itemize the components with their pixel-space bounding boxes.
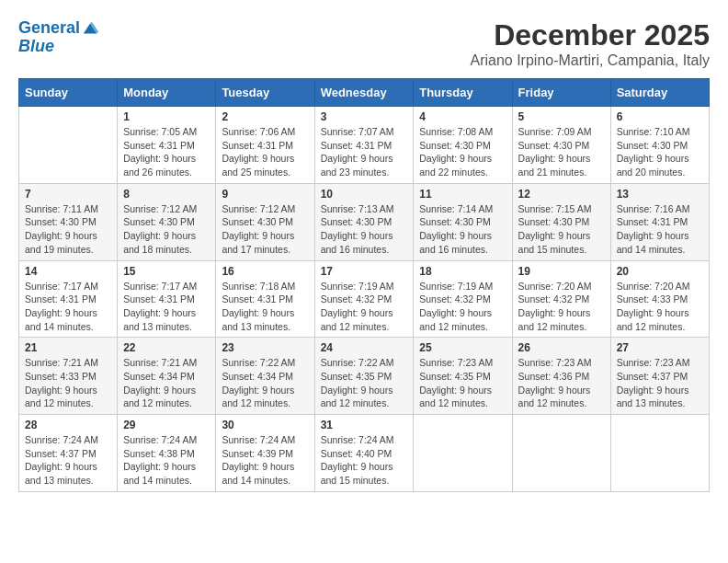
day-info: Sunrise: 7:13 AM Sunset: 4:30 PM Dayligh… — [321, 202, 408, 257]
page-header: General Blue December 2025 Ariano Irpino… — [18, 18, 710, 69]
day-number: 2 — [222, 110, 308, 123]
day-info: Sunrise: 7:09 AM Sunset: 4:30 PM Dayligh… — [518, 125, 605, 179]
location-title: Ariano Irpino-Martiri, Campania, Italy — [470, 52, 710, 69]
day-number: 14 — [25, 265, 111, 278]
day-number: 24 — [321, 341, 408, 354]
day-info: Sunrise: 7:07 AM Sunset: 4:31 PM Dayligh… — [321, 125, 408, 179]
calendar-cell: 24Sunrise: 7:22 AM Sunset: 4:35 PM Dayli… — [314, 338, 414, 415]
day-number: 19 — [518, 265, 605, 278]
calendar-cell: 26Sunrise: 7:23 AM Sunset: 4:36 PM Dayli… — [512, 338, 610, 415]
day-info: Sunrise: 7:12 AM Sunset: 4:30 PM Dayligh… — [123, 202, 210, 257]
calendar-cell: 10Sunrise: 7:13 AM Sunset: 4:30 PM Dayli… — [314, 183, 414, 260]
day-number: 30 — [222, 419, 308, 431]
week-row-3: 14Sunrise: 7:17 AM Sunset: 4:31 PM Dayli… — [19, 260, 710, 338]
calendar-cell: 20Sunrise: 7:20 AM Sunset: 4:33 PM Dayli… — [610, 260, 709, 338]
day-info: Sunrise: 7:17 AM Sunset: 4:31 PM Dayligh… — [25, 280, 111, 334]
day-info: Sunrise: 7:15 AM Sunset: 4:30 PM Dayligh… — [518, 202, 605, 257]
calendar-cell: 7Sunrise: 7:11 AM Sunset: 4:30 PM Daylig… — [19, 183, 118, 260]
calendar-cell: 15Sunrise: 7:17 AM Sunset: 4:31 PM Dayli… — [118, 260, 216, 338]
day-info: Sunrise: 7:10 AM Sunset: 4:30 PM Dayligh… — [617, 125, 703, 179]
day-number: 29 — [123, 419, 210, 431]
day-info: Sunrise: 7:06 AM Sunset: 4:31 PM Dayligh… — [222, 125, 308, 179]
day-number: 20 — [617, 265, 703, 278]
day-info: Sunrise: 7:20 AM Sunset: 4:32 PM Dayligh… — [518, 280, 605, 334]
calendar-cell: 19Sunrise: 7:20 AM Sunset: 4:32 PM Dayli… — [512, 260, 610, 338]
calendar-cell: 11Sunrise: 7:14 AM Sunset: 4:30 PM Dayli… — [414, 183, 512, 260]
week-row-5: 28Sunrise: 7:24 AM Sunset: 4:37 PM Dayli… — [19, 415, 710, 492]
calendar-cell: 12Sunrise: 7:15 AM Sunset: 4:30 PM Dayli… — [512, 183, 610, 260]
calendar-cell: 13Sunrise: 7:16 AM Sunset: 4:31 PM Dayli… — [610, 183, 709, 260]
day-info: Sunrise: 7:23 AM Sunset: 4:36 PM Dayligh… — [518, 356, 605, 410]
calendar-cell — [19, 107, 118, 184]
calendar-cell: 3Sunrise: 7:07 AM Sunset: 4:31 PM Daylig… — [314, 107, 414, 184]
day-info: Sunrise: 7:21 AM Sunset: 4:34 PM Dayligh… — [123, 356, 210, 410]
calendar-cell: 9Sunrise: 7:12 AM Sunset: 4:30 PM Daylig… — [216, 183, 314, 260]
header-cell-thursday: Thursday — [414, 79, 512, 107]
day-info: Sunrise: 7:18 AM Sunset: 4:31 PM Dayligh… — [222, 280, 308, 334]
week-row-4: 21Sunrise: 7:21 AM Sunset: 4:33 PM Dayli… — [19, 338, 710, 415]
day-info: Sunrise: 7:05 AM Sunset: 4:31 PM Dayligh… — [123, 125, 210, 179]
calendar-cell: 5Sunrise: 7:09 AM Sunset: 4:30 PM Daylig… — [512, 107, 610, 184]
day-number: 9 — [222, 188, 308, 201]
day-number: 15 — [123, 265, 210, 278]
day-number: 3 — [321, 110, 408, 123]
calendar-cell: 17Sunrise: 7:19 AM Sunset: 4:32 PM Dayli… — [314, 260, 414, 338]
calendar-body: 1Sunrise: 7:05 AM Sunset: 4:31 PM Daylig… — [19, 107, 710, 492]
day-info: Sunrise: 7:22 AM Sunset: 4:34 PM Dayligh… — [222, 356, 308, 410]
day-number: 22 — [123, 341, 210, 354]
day-number: 10 — [321, 188, 408, 201]
day-info: Sunrise: 7:12 AM Sunset: 4:30 PM Dayligh… — [222, 202, 308, 257]
logo-text-line2: Blue — [18, 37, 54, 57]
calendar-cell: 2Sunrise: 7:06 AM Sunset: 4:31 PM Daylig… — [216, 107, 314, 184]
calendar-cell: 8Sunrise: 7:12 AM Sunset: 4:30 PM Daylig… — [118, 183, 216, 260]
day-number: 25 — [419, 341, 506, 354]
calendar-cell — [512, 415, 610, 492]
calendar-cell: 29Sunrise: 7:24 AM Sunset: 4:38 PM Dayli… — [118, 415, 216, 492]
calendar-cell: 16Sunrise: 7:18 AM Sunset: 4:31 PM Dayli… — [216, 260, 314, 338]
day-info: Sunrise: 7:16 AM Sunset: 4:31 PM Dayligh… — [617, 202, 703, 257]
header-cell-wednesday: Wednesday — [314, 79, 414, 107]
calendar-cell: 27Sunrise: 7:23 AM Sunset: 4:37 PM Dayli… — [610, 338, 709, 415]
calendar-cell: 25Sunrise: 7:23 AM Sunset: 4:35 PM Dayli… — [414, 338, 512, 415]
day-number: 13 — [617, 188, 703, 201]
calendar-cell: 28Sunrise: 7:24 AM Sunset: 4:37 PM Dayli… — [19, 415, 118, 492]
day-number: 17 — [321, 265, 408, 278]
day-info: Sunrise: 7:22 AM Sunset: 4:35 PM Dayligh… — [321, 356, 408, 410]
day-number: 6 — [617, 110, 703, 123]
logo: General Blue — [18, 18, 98, 56]
day-number: 12 — [518, 188, 605, 201]
day-number: 18 — [419, 265, 506, 278]
day-number: 1 — [123, 110, 210, 123]
calendar-cell: 21Sunrise: 7:21 AM Sunset: 4:33 PM Dayli… — [19, 338, 118, 415]
calendar-cell: 30Sunrise: 7:24 AM Sunset: 4:39 PM Dayli… — [216, 415, 314, 492]
title-block: December 2025 Ariano Irpino-Martiri, Cam… — [470, 18, 710, 69]
day-info: Sunrise: 7:24 AM Sunset: 4:37 PM Dayligh… — [25, 433, 111, 488]
header-cell-saturday: Saturday — [610, 79, 709, 107]
day-info: Sunrise: 7:17 AM Sunset: 4:31 PM Dayligh… — [123, 280, 210, 334]
day-number: 21 — [25, 341, 111, 354]
day-number: 4 — [419, 110, 506, 123]
header-row: SundayMondayTuesdayWednesdayThursdayFrid… — [19, 79, 710, 107]
day-number: 8 — [123, 188, 210, 201]
day-number: 26 — [518, 341, 605, 354]
day-info: Sunrise: 7:23 AM Sunset: 4:35 PM Dayligh… — [419, 356, 506, 410]
day-info: Sunrise: 7:24 AM Sunset: 4:38 PM Dayligh… — [123, 433, 210, 488]
day-number: 7 — [25, 188, 111, 201]
calendar-cell: 1Sunrise: 7:05 AM Sunset: 4:31 PM Daylig… — [118, 107, 216, 184]
day-info: Sunrise: 7:14 AM Sunset: 4:30 PM Dayligh… — [419, 202, 506, 257]
header-cell-friday: Friday — [512, 79, 610, 107]
header-cell-monday: Monday — [118, 79, 216, 107]
calendar-cell — [610, 415, 709, 492]
day-info: Sunrise: 7:11 AM Sunset: 4:30 PM Dayligh… — [25, 202, 111, 257]
day-info: Sunrise: 7:24 AM Sunset: 4:40 PM Dayligh… — [321, 433, 408, 488]
day-info: Sunrise: 7:19 AM Sunset: 4:32 PM Dayligh… — [419, 280, 506, 334]
logo-icon — [82, 20, 98, 37]
day-info: Sunrise: 7:24 AM Sunset: 4:39 PM Dayligh… — [222, 433, 308, 488]
day-info: Sunrise: 7:08 AM Sunset: 4:30 PM Dayligh… — [419, 125, 506, 179]
day-number: 5 — [518, 110, 605, 123]
calendar-cell: 6Sunrise: 7:10 AM Sunset: 4:30 PM Daylig… — [610, 107, 709, 184]
logo-text-line1: General — [18, 18, 80, 39]
day-info: Sunrise: 7:20 AM Sunset: 4:33 PM Dayligh… — [617, 280, 703, 334]
calendar-cell: 4Sunrise: 7:08 AM Sunset: 4:30 PM Daylig… — [414, 107, 512, 184]
calendar-cell: 31Sunrise: 7:24 AM Sunset: 4:40 PM Dayli… — [314, 415, 414, 492]
